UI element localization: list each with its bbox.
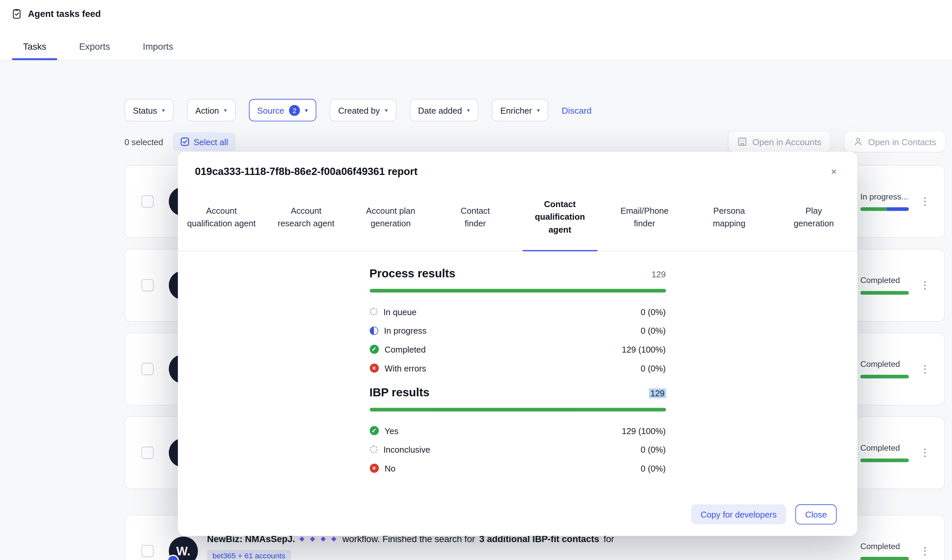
source-count-badge: 2	[289, 105, 300, 116]
created-by-filter-button[interactable]: Created by▾	[330, 99, 396, 122]
row-checkbox[interactable]	[142, 279, 154, 292]
open-in-contacts-button[interactable]: Open in Contacts	[845, 131, 945, 151]
kebab-menu-icon[interactable]: ⋮	[920, 279, 927, 292]
row-checkbox[interactable]	[142, 363, 154, 375]
status-badge: Completed	[860, 276, 909, 285]
status-block: In progress...	[860, 192, 909, 211]
tasks-feed-icon	[11, 8, 23, 20]
selected-count: 0 selected	[124, 137, 163, 147]
stat-label: No	[385, 463, 396, 473]
stat-row-with-errors: × With errors 0 (0%)	[369, 358, 666, 377]
stat-label: Completed	[385, 344, 426, 354]
completed-check-icon: ✓	[369, 345, 379, 353]
top-tabs: Tasks Exports Imports	[12, 42, 184, 60]
stat-label: In progress	[384, 326, 426, 335]
modal-title: 019ca333-1118-7f8b-86e2-f00a06f49361 rep…	[195, 166, 418, 178]
date-added-filter-button[interactable]: Date added▾	[410, 99, 479, 122]
stat-value: 0 (0%)	[641, 445, 666, 454]
ibp-results-section: IBP results 129 ✓ Yes 129 (100%) Inconcl…	[369, 386, 666, 478]
page-title-text: Agent tasks feed	[28, 9, 101, 19]
tab-play-generation[interactable]: Play generation	[771, 183, 856, 250]
building-icon	[737, 137, 748, 147]
progress-bar	[860, 458, 909, 462]
tab-imports[interactable]: Imports	[132, 42, 184, 60]
report-tabs: Account qualification agent Account rese…	[178, 183, 858, 251]
chevron-down-icon: ▾	[224, 107, 227, 113]
page-title: Agent tasks feed	[11, 8, 101, 20]
source-filter-button[interactable]: Source 2 ▾	[249, 99, 316, 122]
tab-account-plan-generation[interactable]: Account plan generation	[348, 183, 433, 250]
process-total: 129	[652, 269, 666, 279]
accounts-chip[interactable]: bet365 + 61 accounts	[207, 550, 291, 560]
bulk-actions: Open in Accounts Open in Contacts	[729, 131, 945, 151]
stat-value: 129 (100%)	[622, 426, 666, 435]
kebab-menu-icon[interactable]: ⋮	[920, 363, 927, 375]
stat-label: Inconclusive	[383, 445, 430, 454]
chevron-down-icon: ▾	[305, 107, 308, 113]
ibp-total: 129	[649, 388, 666, 398]
tab-account-qualification-agent[interactable]: Account qualification agent	[179, 183, 264, 250]
no-cross-icon: ×	[369, 464, 379, 472]
status-badge: Completed	[860, 443, 909, 452]
tab-tasks[interactable]: Tasks	[12, 42, 57, 60]
person-icon	[853, 137, 863, 147]
avatar-mark-icon: W.	[176, 544, 191, 558]
section-title: IBP results	[369, 386, 430, 399]
stat-value: 129 (100%)	[622, 344, 666, 354]
stat-label: With errors	[385, 363, 426, 373]
avatar: W. +	[169, 537, 198, 560]
tab-exports[interactable]: Exports	[68, 42, 121, 60]
report-body: Process results 129 In queue 0 (0%) In p…	[369, 267, 666, 478]
stat-label: Yes	[385, 426, 399, 435]
process-results-section: Process results 129 In queue 0 (0%) In p…	[369, 267, 666, 377]
enricher-filter-button[interactable]: Enricher▾	[492, 99, 549, 122]
row-checkbox[interactable]	[142, 447, 154, 459]
kebab-menu-icon[interactable]: ⋮	[920, 195, 927, 208]
app: Agent tasks feed Tasks Exports Imports S…	[0, 0, 952, 560]
stat-row-yes: ✓ Yes 129 (100%)	[369, 421, 666, 440]
chevron-down-icon: ▾	[162, 107, 165, 113]
copy-for-developers-button[interactable]: Copy for developers	[691, 504, 786, 524]
close-button[interactable]: Close	[796, 504, 837, 524]
tab-contact-finder[interactable]: Contact finder	[433, 183, 518, 250]
action-filter-button[interactable]: Action▾	[187, 99, 235, 122]
stat-value: 0 (0%)	[641, 307, 666, 316]
in-progress-icon	[369, 326, 378, 335]
open-in-accounts-button[interactable]: Open in Accounts	[729, 131, 830, 151]
kebab-menu-icon[interactable]: ⋮	[920, 446, 927, 459]
filter-bar: Status▾ Action▾ Source 2 ▾ Created by▾ D…	[124, 99, 591, 122]
status-filter-button[interactable]: Status▾	[124, 99, 173, 122]
stat-value: 0 (0%)	[641, 363, 666, 373]
kebab-menu-icon[interactable]: ⋮	[920, 545, 927, 557]
stat-row-no: × No 0 (0%)	[369, 459, 666, 478]
checkbox-check-icon	[180, 137, 189, 146]
tab-account-research-agent[interactable]: Account research agent	[264, 183, 348, 250]
discard-link[interactable]: Discard	[562, 105, 592, 115]
chevron-down-icon: ▾	[537, 107, 539, 113]
tab-email-phone-finder[interactable]: Email/Phone finder	[602, 183, 687, 250]
select-all-button[interactable]: Select all	[173, 132, 235, 151]
close-icon[interactable]: ×	[826, 164, 841, 180]
chevron-down-icon: ▾	[385, 107, 388, 113]
yes-check-icon: ✓	[369, 426, 379, 435]
modal-header: 019ca333-1118-7f8b-86e2-f00a06f49361 rep…	[178, 152, 858, 183]
stat-row-inconclusive: Inconclusive 0 (0%)	[369, 440, 666, 459]
progress-bar	[860, 207, 909, 211]
status-block: Completed	[860, 443, 909, 462]
section-title: Process results	[369, 267, 456, 280]
row-checkbox[interactable]	[142, 545, 154, 557]
status-block: Completed	[860, 542, 909, 560]
status-block: Completed	[860, 276, 909, 295]
tab-persona-mapping[interactable]: Persona mapping	[687, 183, 771, 250]
in-queue-icon	[369, 308, 377, 316]
ibp-progress-bar	[369, 408, 666, 412]
stat-value: 0 (0%)	[641, 326, 666, 335]
selection-bar: 0 selected Select all Open in Accounts O…	[124, 131, 944, 151]
modal-footer: Copy for developers Close	[691, 504, 837, 524]
status-badge: In progress...	[860, 192, 909, 201]
app-header: Agent tasks feed Tasks Exports Imports	[0, 0, 952, 61]
errors-cross-icon: ×	[369, 364, 379, 372]
status-badge: Completed	[860, 359, 909, 369]
tab-contact-qualification-agent[interactable]: Contact qualification agent	[518, 183, 602, 250]
row-checkbox[interactable]	[142, 196, 154, 208]
